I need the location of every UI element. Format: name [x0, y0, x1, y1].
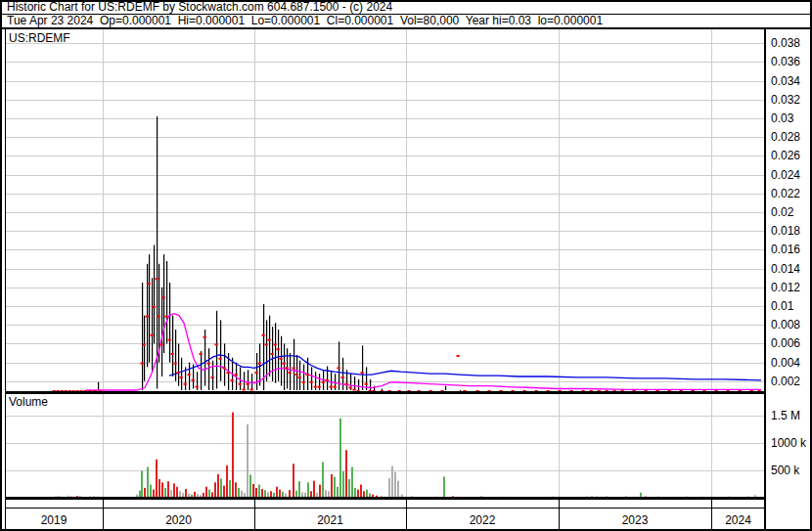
volume-bars	[55, 413, 762, 498]
svg-text:0.016: 0.016	[771, 243, 800, 256]
price-volume-chart: 0.0380.0360.0340.0320.030.0280.0260.0240…	[0, 0, 812, 531]
svg-text:2019: 2019	[41, 513, 68, 527]
svg-text:0.026: 0.026	[771, 149, 800, 162]
svg-text:0.028: 0.028	[771, 130, 800, 144]
svg-text:2022: 2022	[470, 513, 496, 527]
svg-text:2020: 2020	[165, 513, 192, 527]
quote-summary-line: Tue Apr 23 2024 Op=0.000001 Hi=0.000001 …	[7, 15, 603, 27]
svg-text:0.022: 0.022	[771, 187, 800, 200]
svg-text:0.012: 0.012	[771, 281, 800, 294]
svg-text:0.034: 0.034	[771, 74, 800, 88]
symbol-label: US:RDEMF	[9, 31, 70, 45]
svg-text:2024: 2024	[725, 513, 751, 527]
year-axis-labels: 201920202021202220232024	[41, 513, 752, 527]
svg-text:0.03: 0.03	[771, 111, 794, 125]
svg-text:0.024: 0.024	[771, 168, 800, 182]
svg-text:0.014: 0.014	[771, 262, 800, 276]
stockwatch-historic-chart-window: 0.0380.0360.0340.0320.030.0280.0260.0240…	[0, 0, 812, 531]
volume-axis-labels: 1.5 M1000 k500 k	[771, 409, 807, 477]
svg-text:0.036: 0.036	[771, 55, 800, 68]
svg-text:2023: 2023	[622, 513, 649, 527]
title-bar-text: Historic Chart for US:RDEMF by Stockwatc…	[7, 1, 392, 14]
volume-pane-label: Volume	[9, 395, 48, 409]
svg-text:2021: 2021	[317, 513, 343, 527]
svg-text:0.018: 0.018	[771, 224, 800, 238]
price-axis-labels: 0.0380.0360.0340.0320.030.0280.0260.0240…	[771, 36, 800, 388]
svg-text:0.006: 0.006	[771, 336, 800, 350]
svg-text:0.038: 0.038	[771, 36, 800, 50]
svg-text:0.02: 0.02	[771, 205, 794, 219]
svg-text:500 k: 500 k	[771, 464, 800, 477]
svg-text:0.01: 0.01	[771, 299, 794, 313]
gridlines	[6, 29, 764, 498]
svg-text:0.008: 0.008	[771, 318, 800, 332]
svg-text:1000 k: 1000 k	[771, 436, 807, 450]
svg-text:0.032: 0.032	[771, 93, 800, 107]
svg-text:0.002: 0.002	[771, 375, 800, 388]
svg-text:0.004: 0.004	[771, 356, 800, 370]
svg-text:1.5 M: 1.5 M	[771, 409, 800, 422]
